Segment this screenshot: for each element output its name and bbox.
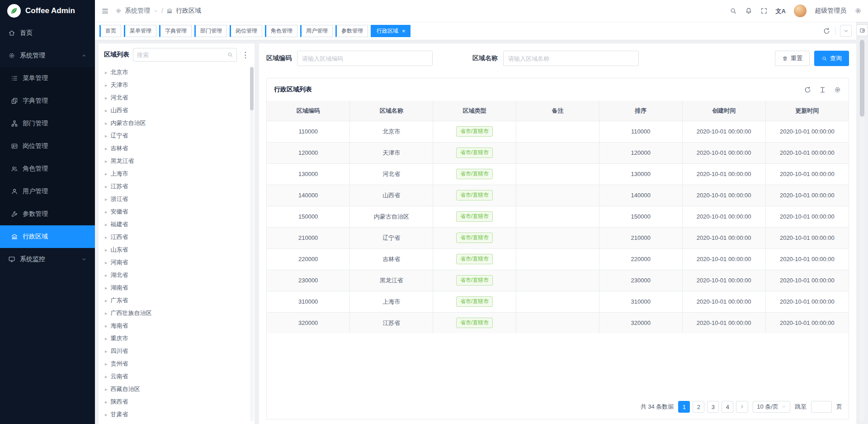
sidebar-item-dict-management[interactable]: 字典管理 [0, 90, 95, 112]
tree-item-label: 四川省 [111, 347, 128, 355]
sidebar-item-admin-region[interactable]: 行政区域 [0, 225, 95, 248]
user-icon [11, 188, 18, 195]
tree-item[interactable]: ▸陕西省 [101, 395, 248, 408]
tree-item[interactable]: ▸福建省 [101, 218, 248, 231]
page-button-3[interactable]: 3 [707, 401, 719, 413]
card-columns-button[interactable] [819, 86, 826, 94]
page-button-4[interactable]: 4 [722, 401, 733, 413]
region-code-input[interactable] [297, 51, 433, 66]
tree-item[interactable]: ▸江西省 [101, 231, 248, 243]
sidebar-item-dept-management[interactable]: 部门管理 [0, 112, 95, 135]
region-type-tag: 省市/直辖市 [456, 190, 493, 200]
page-scrollbar-thumb[interactable] [860, 40, 864, 117]
notification-button[interactable] [745, 7, 752, 14]
table-row[interactable]: 140000山西省省市/直辖市1400002020-10-01 00:00:00… [267, 185, 849, 206]
chevron-down-icon[interactable] [153, 9, 158, 14]
table-row[interactable]: 220000吉林省省市/直辖市2200002020-10-01 00:00:00… [267, 248, 849, 270]
tree-item[interactable]: ▸河北省 [101, 91, 248, 104]
tree-item[interactable]: ▸海南省 [101, 319, 248, 332]
page-size-select[interactable]: 10 条/页 [753, 401, 790, 413]
tree-item[interactable]: ▸云南省 [101, 370, 248, 383]
tree-item[interactable]: ▸广西壮族自治区 [101, 307, 248, 319]
table-row[interactable]: 320000江苏省省市/直辖市3200002020-10-01 00:00:00… [267, 312, 849, 333]
cell-region-type: 省市/直辖市 [433, 270, 516, 291]
global-search-button[interactable] [730, 7, 737, 14]
tree-scrollbar[interactable] [250, 67, 254, 421]
tree-item[interactable]: ▸山西省 [101, 104, 248, 117]
table-row[interactable]: 310000上海市省市/直辖市3100002020-10-01 00:00:00… [267, 291, 849, 312]
table-row[interactable]: 110000北京市省市/直辖市1100002020-10-01 00:00:00… [267, 121, 849, 142]
card-refresh-button[interactable] [804, 86, 811, 94]
sidebar-item-system-management[interactable]: 系统管理 [0, 44, 95, 67]
menu-fold-button[interactable] [101, 7, 109, 15]
region-name-input[interactable] [503, 51, 639, 66]
table-row[interactable]: 130000河北省省市/直辖市1300002020-10-01 00:00:00… [267, 163, 849, 185]
sidebar-item-role-management[interactable]: 角色管理 [0, 157, 95, 180]
table-row[interactable]: 150000内蒙古自治区省市/直辖市1500002020-10-01 00:00… [267, 206, 849, 227]
tree-item[interactable]: ▸青海省 [101, 421, 248, 424]
settings-button[interactable] [854, 7, 862, 14]
tree-item[interactable]: ▸湖南省 [101, 281, 248, 294]
tab-user[interactable]: 用户管理 [300, 25, 333, 37]
next-page-button[interactable] [736, 401, 748, 413]
avatar[interactable] [794, 5, 807, 17]
tree-item[interactable]: ▸北京市 [101, 66, 248, 79]
jump-label: 跳至 [795, 403, 807, 411]
content-fullscreen-button[interactable] [856, 24, 868, 36]
tree-item[interactable]: ▸上海市 [101, 167, 248, 180]
tree-search-input[interactable] [137, 52, 225, 58]
tree-item[interactable]: ▸甘肃省 [101, 408, 248, 421]
cell-name: 北京市 [350, 121, 433, 142]
card-settings-button[interactable] [834, 86, 841, 94]
search-icon[interactable] [227, 52, 233, 58]
sidebar-item-home[interactable]: 首页 [0, 22, 95, 44]
tree-item[interactable]: ▸四川省 [101, 345, 248, 357]
tree-more-button[interactable]: ⋮ [241, 51, 250, 59]
breadcrumb-root[interactable]: 系统管理 [125, 7, 150, 15]
tree-item[interactable]: ▸湖北省 [101, 269, 248, 281]
table-row[interactable]: 210000辽宁省省市/直辖市2100002020-10-01 00:00:00… [267, 227, 849, 248]
tree-item[interactable]: ▸吉林省 [101, 142, 248, 155]
tree-item[interactable]: ▸辽宁省 [101, 129, 248, 142]
table-row[interactable]: 120000天津市省市/直辖市1200002020-10-01 00:00:00… [267, 142, 849, 163]
tab-param[interactable]: 参数管理 [335, 25, 368, 37]
tree-item[interactable]: ▸贵州省 [101, 357, 248, 370]
tab-home[interactable]: 首页 [99, 25, 121, 37]
tree-item[interactable]: ▸黑龙江省 [101, 155, 248, 167]
sidebar-item-user-management[interactable]: 用户管理 [0, 180, 95, 203]
tab-menu[interactable]: 菜单管理 [124, 25, 156, 37]
table-row[interactable]: 230000黑龙江省省市/直辖市2300002020-10-01 00:00:0… [267, 270, 849, 291]
translate-button[interactable]: 文A [776, 8, 786, 14]
tab-close-icon[interactable]: × [402, 28, 406, 34]
page-button-1[interactable]: 1 [678, 401, 690, 413]
tree-item[interactable]: ▸浙江省 [101, 193, 248, 205]
tree-item[interactable]: ▸内蒙古自治区 [101, 117, 248, 129]
sidebar-item-system-monitor[interactable]: 系统监控 [0, 248, 95, 271]
tab-post[interactable]: 岗位管理 [230, 25, 262, 37]
tree-item[interactable]: ▸天津市 [101, 79, 248, 91]
tree-item[interactable]: ▸广东省 [101, 294, 248, 307]
jump-page-input[interactable] [811, 401, 832, 413]
tree-item[interactable]: ▸重庆市 [101, 332, 248, 345]
sidebar-item-post-management[interactable]: 岗位管理 [0, 135, 95, 157]
tree-item[interactable]: ▸河南省 [101, 256, 248, 269]
query-button[interactable]: 查询 [814, 51, 849, 66]
tab-dept[interactable]: 部门管理 [194, 25, 227, 37]
tree-item[interactable]: ▸安徽省 [101, 205, 248, 218]
tree-item[interactable]: ▸西藏自治区 [101, 383, 248, 395]
tab-region[interactable]: 行政区域× [371, 25, 410, 37]
user-name[interactable]: 超级管理员 [815, 7, 846, 15]
refresh-tabs-button[interactable] [823, 27, 830, 35]
tree-item[interactable]: ▸山东省 [101, 243, 248, 256]
tab-menu-button[interactable] [840, 25, 852, 37]
page-button-2[interactable]: 2 [693, 401, 704, 413]
sidebar-item-param-management[interactable]: 参数管理 [0, 203, 95, 225]
sidebar-item-menu-management[interactable]: 菜单管理 [0, 67, 95, 90]
tab-dict[interactable]: 字典管理 [159, 25, 192, 37]
tree-scrollbar-thumb[interactable] [250, 67, 254, 110]
fullscreen-button[interactable] [760, 7, 768, 14]
tab-role[interactable]: 角色管理 [265, 25, 297, 37]
page-scrollbar[interactable] [860, 40, 864, 421]
tree-item[interactable]: ▸江苏省 [101, 180, 248, 193]
reset-button[interactable]: 重置 [775, 51, 810, 66]
